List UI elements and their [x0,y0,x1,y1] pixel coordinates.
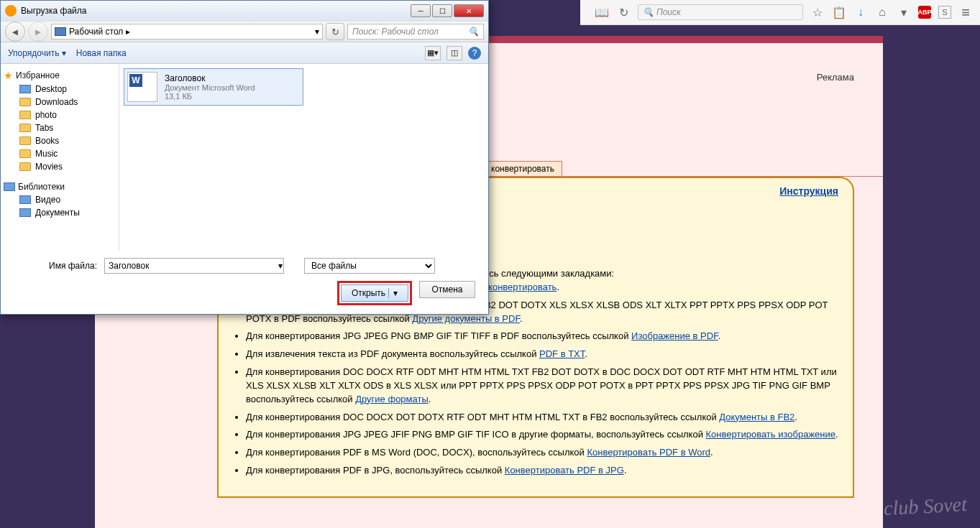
file-list[interactable]: Заголовок Документ Microsoft Word 13,1 К… [119,64,488,251]
ad-label: Реклама [817,72,854,83]
list-item: Для конвертирования JPG JPEG JFIF PNG BM… [246,428,838,442]
folder-icon [19,149,31,158]
link-other-formats[interactable]: Другие форматы [355,394,429,404]
pocket-icon[interactable]: ▾ [897,5,911,19]
open-button-highlight: Открыть ▾ [337,281,412,305]
dialog-footer: Имя файла: ▾ Все файлы Открыть ▾ Отмена [1,251,488,312]
link-pdf-jpg[interactable]: Конвертировать PDF в JPG [505,465,624,476]
search-icon: 🔍 [643,7,654,17]
star-icon: ★ [4,70,13,81]
preview-pane-button[interactable]: ◫ [447,46,462,60]
bookmark-star-icon[interactable]: ☆ [810,5,825,19]
instruction-link[interactable]: Инструкция [779,185,838,197]
list-item: Для извлечения текста из PDF документа в… [246,348,838,361]
library-icon [4,182,15,191]
filename-label: Имя файла: [11,261,97,271]
file-name: Заголовок [165,73,255,83]
desktop-icon [55,27,66,36]
word-document-icon [127,72,157,102]
list-item: Для конвертирования JPG JPEG PNG BMP GIF… [246,330,838,343]
breadcrumb[interactable]: Рабочий стол ▸ ▾ [51,24,323,40]
dialog-nav: ◄ ► Рабочий стол ▸ ▾ ↻ Поиск: Рабочий ст… [1,21,488,42]
forward-button[interactable]: ► [28,22,48,42]
dialog-search-input[interactable]: Поиск: Рабочий стол 🔍 [347,24,484,40]
new-folder-button[interactable]: Новая папка [76,48,127,58]
folder-icon [19,111,31,119]
adblock-icon[interactable]: ABP [918,6,931,19]
hamburger-menu-icon[interactable]: ≡ [958,5,973,19]
sidebar-item-video[interactable]: Видео [1,193,119,206]
cancel-button[interactable]: Отмена [419,281,475,298]
sidebar-item-tabs[interactable]: Tabs [1,121,119,134]
refresh-button[interactable]: ↻ [326,23,344,40]
link-convert-image[interactable]: Конвертировать изображение [706,429,835,440]
dialog-sidebar: ★Избранное Desktop Downloads photo Tabs … [1,64,119,251]
firefox-icon [5,5,17,17]
sidebar-item-downloads[interactable]: Downloads [1,96,119,108]
video-icon [19,195,31,204]
reload-icon[interactable]: ↻ [616,5,631,19]
browser-search-input[interactable]: 🔍 Поиск [638,4,803,20]
link-image-pdf[interactable]: Изображение в PDF [631,330,718,341]
s-icon[interactable]: S [938,6,951,19]
favorites-group[interactable]: ★Избранное [1,67,119,83]
link-docs-fb2[interactable]: Документы в FB2 [719,412,794,422]
home-icon[interactable]: ⌂ [875,5,889,19]
desktop-icon [19,85,31,93]
folder-icon [19,162,31,171]
sidebar-item-books[interactable]: Books [1,134,119,147]
sidebar-item-documents[interactable]: Документы [1,206,119,219]
filename-dropdown-icon[interactable]: ▾ [278,261,283,271]
watermark: club Sovet [883,493,967,520]
documents-icon [19,208,31,217]
sidebar-item-photo[interactable]: photo [1,108,119,121]
link-pdf-txt[interactable]: PDF в TXT [539,348,585,359]
libraries-group[interactable]: Библиотеки [1,179,119,193]
link-pdf-word[interactable]: Конвертировать PDF в Word [587,447,710,458]
file-size: 13,1 КБ [165,92,255,101]
filename-input[interactable] [104,258,284,274]
maximize-button[interactable]: ☐ [432,4,452,17]
dialog-title: Выгрузка файла [21,6,87,16]
sidebar-item-music[interactable]: Music [1,147,119,160]
file-upload-dialog: Выгрузка файла ─ ☐ ✕ ◄ ► Рабочий стол ▸ … [0,0,489,315]
list-item: Для конвертирования PDF в JPG, воспользу… [246,464,838,478]
close-button[interactable]: ✕ [454,4,484,17]
folder-icon [19,98,31,106]
download-icon[interactable]: ↓ [853,5,868,19]
file-type: Документ Microsoft Word [165,83,255,92]
bg-right [883,25,980,528]
minimize-button[interactable]: ─ [411,4,431,17]
dialog-titlebar[interactable]: Выгрузка файла ─ ☐ ✕ [1,1,488,21]
clipboard-icon[interactable]: 📋 [832,5,846,19]
reader-mode-icon[interactable]: 📖 [595,5,609,19]
list-item: Для конвертирования PDF в MS Word (DOC, … [246,446,838,460]
chevron-down-icon[interactable]: ▾ [315,27,319,37]
help-icon[interactable]: ? [468,47,481,60]
chevron-down-icon: ▾ [388,288,398,298]
list-item: Для конвертирования DOC DOCX DOT DOTX RT… [246,411,838,425]
folder-icon [19,136,31,145]
tab-convert[interactable]: конвертировать [483,161,562,176]
sidebar-item-desktop[interactable]: Desktop [1,83,119,96]
dialog-toolbar: Упорядочить ▾ Новая папка ▦▾ ◫ ? [1,42,488,64]
back-button[interactable]: ◄ [5,22,25,42]
organize-menu[interactable]: Упорядочить ▾ [8,48,66,58]
chevron-right-icon: ▸ [126,27,130,37]
view-mode-button[interactable]: ▦▾ [425,46,441,60]
search-placeholder: Поиск [656,7,681,17]
sidebar-item-movies[interactable]: Movies [1,160,119,173]
open-button[interactable]: Открыть ▾ [341,284,408,302]
browser-toolbar: 📖 ↻ 🔍 Поиск ☆ 📋 ↓ ⌂ ▾ ABP S ≡ [580,0,980,25]
filetype-select[interactable]: Все файлы [304,258,435,274]
list-item: Для конвертирования DOC DOCX RTF ODT MHT… [246,366,838,407]
folder-icon [19,124,31,132]
search-icon: 🔍 [468,27,479,37]
file-item-selected[interactable]: Заголовок Документ Microsoft Word 13,1 К… [124,68,303,106]
